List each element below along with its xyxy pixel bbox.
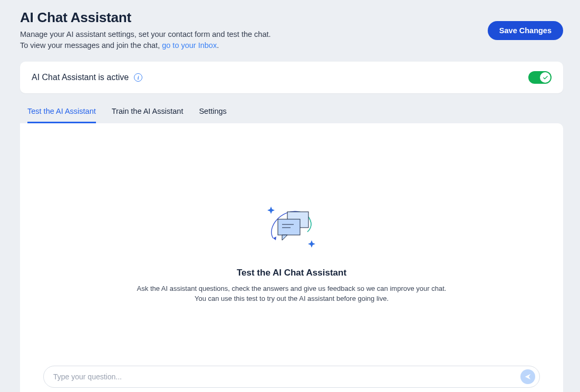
page-subtitle: Manage your AI assistant settings, set y… <box>20 29 271 51</box>
info-icon[interactable]: i <box>134 73 142 82</box>
send-icon <box>524 373 531 380</box>
subtitle-line2-prefix: To view your messages and join the chat, <box>20 41 162 50</box>
send-button[interactable] <box>520 369 535 384</box>
test-desc-line2: You can use this test to try out the AI … <box>195 295 389 302</box>
test-panel-content: Test the AI Chat Assistant Ask the AI as… <box>43 138 540 366</box>
tab-test[interactable]: Test the AI Assistant <box>27 101 96 123</box>
check-icon <box>543 75 548 81</box>
test-desc-line1: Ask the AI assistant questions, check th… <box>137 285 447 292</box>
subtitle-line1: Manage your AI assistant settings, set y… <box>20 30 271 38</box>
page-title: AI Chat Assistant <box>20 9 271 26</box>
test-panel-heading: Test the AI Chat Assistant <box>237 268 346 278</box>
question-input[interactable] <box>53 373 520 381</box>
save-changes-button[interactable]: Save Changes <box>488 21 563 40</box>
svg-rect-1 <box>278 219 300 235</box>
test-panel: Test the AI Chat Assistant Ask the AI as… <box>20 123 563 392</box>
chat-illustration-icon <box>260 200 323 253</box>
active-toggle[interactable] <box>528 71 552 84</box>
tab-settings[interactable]: Settings <box>199 101 226 123</box>
question-input-bar <box>43 366 540 388</box>
toggle-knob <box>540 72 550 83</box>
subtitle-line2-suffix: . <box>217 41 219 50</box>
inbox-link[interactable]: go to your Inbox <box>162 41 217 50</box>
test-panel-description: Ask the AI assistant questions, check th… <box>137 283 447 304</box>
active-status-card: AI Chat Assistant is active i <box>20 62 563 93</box>
tabs-bar: Test the AI Assistant Train the AI Assis… <box>20 101 563 123</box>
active-status-label: AI Chat Assistant is active <box>32 73 129 82</box>
tab-train[interactable]: Train the AI Assistant <box>112 101 183 123</box>
